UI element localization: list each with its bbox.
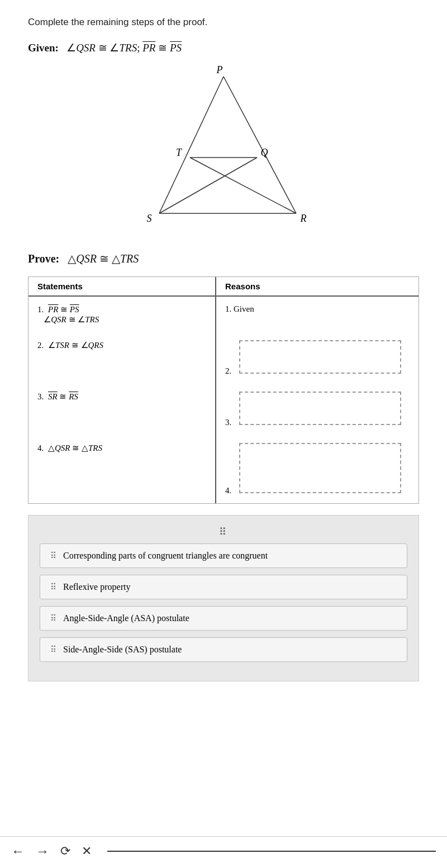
point-P-label: P bbox=[216, 65, 223, 75]
statement-3: 3. SR ≅ RS bbox=[28, 384, 216, 435]
col-header-statements: Statements bbox=[28, 277, 216, 296]
reason-2: 2. bbox=[216, 332, 419, 384]
forward-button[interactable]: → bbox=[36, 843, 49, 859]
back-button[interactable]: ← bbox=[11, 843, 25, 859]
given-text: ∠QSR ≅ ∠TRS; PR ≅ PS bbox=[66, 42, 182, 54]
table-row: 3. SR ≅ RS 3. bbox=[28, 384, 419, 435]
tile-label-2: Reflexive property bbox=[63, 582, 130, 592]
refresh-button[interactable]: ⟳ bbox=[60, 844, 70, 859]
reason-2-box[interactable] bbox=[239, 340, 401, 374]
col-header-reasons: Reasons bbox=[216, 277, 419, 296]
reason-1: 1. Given bbox=[216, 296, 419, 332]
reason-4-box[interactable] bbox=[239, 443, 401, 493]
prove-text: △QSR ≅ △TRS bbox=[68, 252, 139, 265]
point-Q-label: Q bbox=[261, 147, 268, 158]
reason-3-box[interactable] bbox=[239, 392, 401, 425]
prove-label: Prove: bbox=[28, 252, 59, 265]
drag-icon-top: ⠿ bbox=[40, 526, 407, 538]
point-T-label: T bbox=[176, 147, 183, 158]
tile-label-4: Side-Angle-Side (SAS) postulate bbox=[63, 645, 182, 655]
proof-table-container: Statements Reasons 1. PR ≅ PS ∠QSR ≅ ∠TR… bbox=[28, 276, 419, 504]
reason-3: 3. bbox=[216, 384, 419, 435]
tile-cpctc[interactable]: ⠿ Corresponding parts of congruent trian… bbox=[40, 543, 407, 568]
reason-4: 4. bbox=[216, 435, 419, 503]
tile-sas[interactable]: ⠿ Side-Angle-Side (SAS) postulate bbox=[40, 637, 407, 662]
point-S-label: S bbox=[147, 213, 152, 224]
statement-4: 4. △QSR ≅ △TRS bbox=[28, 435, 216, 503]
diagram-container: P T Q S R bbox=[28, 65, 419, 239]
tile-label-3: Angle-Side-Angle (ASA) postulate bbox=[63, 613, 189, 623]
table-row: 2. ∠TSR ≅ ∠QRS 2. bbox=[28, 332, 419, 384]
proof-table: Statements Reasons 1. PR ≅ PS ∠QSR ≅ ∠TR… bbox=[28, 277, 419, 503]
nav-divider bbox=[107, 851, 436, 852]
tile-drag-icon-2: ⠿ bbox=[50, 582, 58, 592]
table-row: 1. PR ≅ PS ∠QSR ≅ ∠TRS 1. Given bbox=[28, 296, 419, 332]
given-section: Given: ∠QSR ≅ ∠TRS; PR ≅ PS bbox=[28, 41, 419, 54]
given-label: Given: bbox=[28, 42, 59, 54]
tile-drag-icon-3: ⠿ bbox=[50, 613, 58, 623]
close-button[interactable]: ✕ bbox=[82, 844, 92, 859]
table-row: 4. △QSR ≅ △TRS 4. bbox=[28, 435, 419, 503]
prove-section: Prove: △QSR ≅ △TRS bbox=[28, 252, 419, 265]
tile-drag-icon-4: ⠿ bbox=[50, 645, 58, 655]
triangle-diagram: P T Q S R bbox=[126, 65, 321, 239]
instruction-text: Complete the remaining steps of the proo… bbox=[28, 17, 419, 28]
tile-reflexive[interactable]: ⠿ Reflexive property bbox=[40, 575, 407, 599]
tile-label-1: Corresponding parts of congruent triangl… bbox=[63, 551, 268, 561]
page-content: Complete the remaining steps of the proo… bbox=[0, 0, 447, 732]
svg-line-1 bbox=[224, 77, 296, 213]
tile-drag-icon-1: ⠿ bbox=[50, 551, 58, 561]
statement-2: 2. ∠TSR ≅ ∠QRS bbox=[28, 332, 216, 384]
point-R-label: R bbox=[300, 213, 307, 224]
svg-line-0 bbox=[159, 77, 224, 213]
nav-bar: ← → ⟳ ✕ bbox=[0, 836, 447, 868]
tile-asa[interactable]: ⠿ Angle-Side-Angle (ASA) postulate bbox=[40, 606, 407, 631]
statement-1: 1. PR ≅ PS ∠QSR ≅ ∠TRS bbox=[28, 296, 216, 332]
answer-tiles-container: ⠿ ⠿ Corresponding parts of congruent tri… bbox=[28, 515, 419, 681]
